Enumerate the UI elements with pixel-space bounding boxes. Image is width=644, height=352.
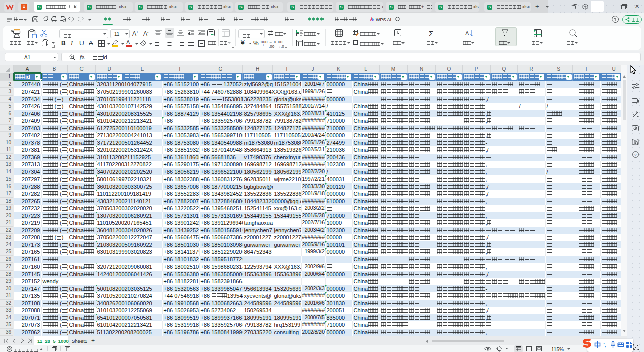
svg-text:A: A [465, 30, 469, 36]
svg-text:?: ? [634, 153, 637, 157]
